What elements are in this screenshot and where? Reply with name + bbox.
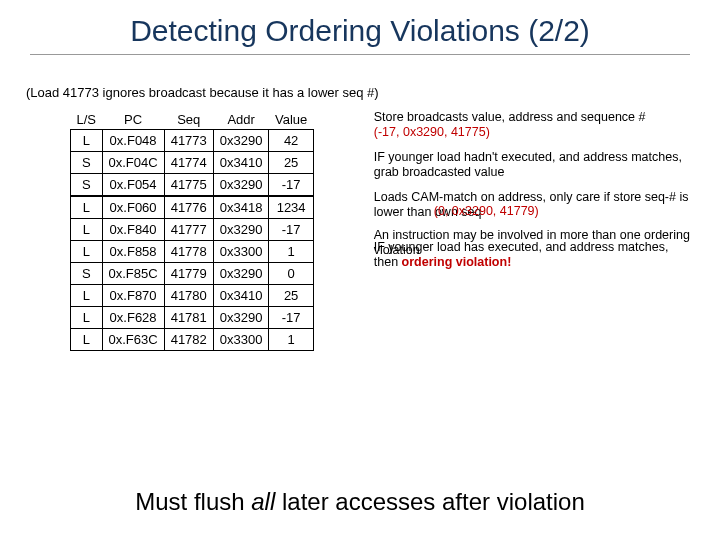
table-row: L 0x.F870 41780 0x3410 25	[71, 285, 314, 307]
col-pc: PC	[102, 110, 164, 130]
cell-seq: 41777	[164, 219, 213, 241]
cell-pc: 0x.F628	[102, 307, 164, 329]
cell-value: 42	[269, 130, 313, 152]
content-row: L/S PC Seq Addr Value L 0x.F048 41773 0x…	[0, 110, 720, 351]
cell-value: 0	[269, 263, 313, 285]
annot-multi-violation: An instruction may be involved in more t…	[374, 230, 696, 260]
cell-value: 1	[269, 241, 313, 263]
cell-seq: 41773	[164, 130, 213, 152]
cell-pc: 0x.F63C	[102, 329, 164, 351]
cell-ls: S	[71, 263, 103, 285]
table-row: S 0x.F85C 41779 0x3290 0	[71, 263, 314, 285]
cell-addr: 0x3410	[213, 152, 269, 174]
cell-seq: 41779	[164, 263, 213, 285]
conclusion-em: all	[251, 488, 275, 515]
cell-seq: 41778	[164, 241, 213, 263]
annot-store-broadcast: Store broadcasts value, address and sequ…	[374, 110, 696, 140]
cell-addr: 0x3300	[213, 241, 269, 263]
cell-ls: S	[71, 152, 103, 174]
cell-pc: 0x.F054	[102, 174, 164, 197]
lsq-table: L/S PC Seq Addr Value L 0x.F048 41773 0x…	[70, 110, 314, 351]
conclusion-c: later accesses after violation	[275, 488, 584, 515]
table-row: L 0x.F63C 41782 0x3300 1	[71, 329, 314, 351]
cell-ls: L	[71, 329, 103, 351]
annotations: Store broadcasts value, address and sequ…	[314, 110, 720, 270]
cell-seq: 41774	[164, 152, 213, 174]
table-row: L 0x.F060 41776 0x3418 1234	[71, 196, 314, 219]
col-ls: L/S	[71, 110, 103, 130]
cell-pc: 0x.F858	[102, 241, 164, 263]
cell-seq: 41775	[164, 174, 213, 197]
cell-pc: 0x.F870	[102, 285, 164, 307]
col-seq: Seq	[164, 110, 213, 130]
cell-ls: S	[71, 174, 103, 197]
table-row: L 0x.F840 41777 0x3290 -17	[71, 219, 314, 241]
col-addr: Addr	[213, 110, 269, 130]
annot-tuple-red-2: (0, 0x3290, 41779)	[434, 204, 539, 219]
cell-ls: L	[71, 196, 103, 219]
annot-tuple-red: (-17, 0x3290, 41775)	[374, 125, 490, 139]
cell-pc: 0x.F85C	[102, 263, 164, 285]
conclusion-a: Must flush	[135, 488, 251, 515]
cell-addr: 0x3290	[213, 263, 269, 285]
cell-seq: 41782	[164, 329, 213, 351]
cell-seq: 41780	[164, 285, 213, 307]
cell-addr: 0x3290	[213, 130, 269, 152]
table-body-1: L 0x.F048 41773 0x3290 42 S 0x.F04C 4177…	[71, 130, 314, 197]
cell-pc: 0x.F060	[102, 196, 164, 219]
conclusion: Must flush all later accesses after viol…	[0, 488, 720, 516]
annot-cam-match: Loads CAM-match on address, only care if…	[374, 190, 696, 220]
cell-value: 1234	[269, 196, 313, 219]
cell-value: -17	[269, 307, 313, 329]
cell-pc: 0x.F04C	[102, 152, 164, 174]
cell-value: 1	[269, 329, 313, 351]
table-row: S 0x.F054 41775 0x3290 -17	[71, 174, 314, 197]
cell-seq: 41781	[164, 307, 213, 329]
table-body-2: L 0x.F060 41776 0x3418 1234 L 0x.F840 41…	[71, 196, 314, 351]
cell-addr: 0x3290	[213, 307, 269, 329]
cell-addr: 0x3290	[213, 219, 269, 241]
table-row: L 0x.F628 41781 0x3290 -17	[71, 307, 314, 329]
ignore-note: (Load 41773 ignores broadcast because it…	[26, 85, 720, 100]
annot-ordering-violation: ordering violation!	[402, 255, 512, 269]
cell-pc: 0x.F840	[102, 219, 164, 241]
cell-ls: L	[71, 307, 103, 329]
cell-value: 25	[269, 152, 313, 174]
slide: Detecting Ordering Violations (2/2) (Loa…	[0, 0, 720, 540]
table-row: L 0x.F858 41778 0x3300 1	[71, 241, 314, 263]
table-row: S 0x.F04C 41774 0x3410 25	[71, 152, 314, 174]
annot-younger-grab: IF younger load hadn't executed, and add…	[374, 150, 696, 180]
cell-value: 25	[269, 285, 313, 307]
slide-title: Detecting Ordering Violations (2/2)	[30, 0, 690, 55]
cell-addr: 0x3300	[213, 329, 269, 351]
cell-addr: 0x3418	[213, 196, 269, 219]
cell-addr: 0x3290	[213, 174, 269, 197]
table-row: L 0x.F048 41773 0x3290 42	[71, 130, 314, 152]
cell-value: -17	[269, 219, 313, 241]
cell-ls: L	[71, 285, 103, 307]
col-value: Value	[269, 110, 313, 130]
annot-text: Store broadcasts value, address and sequ…	[374, 110, 646, 124]
cell-seq: 41776	[164, 196, 213, 219]
table-header-row: L/S PC Seq Addr Value	[71, 110, 314, 130]
cell-ls: L	[71, 130, 103, 152]
cell-ls: L	[71, 241, 103, 263]
cell-ls: L	[71, 219, 103, 241]
cell-value: -17	[269, 174, 313, 197]
cell-pc: 0x.F048	[102, 130, 164, 152]
cell-addr: 0x3410	[213, 285, 269, 307]
